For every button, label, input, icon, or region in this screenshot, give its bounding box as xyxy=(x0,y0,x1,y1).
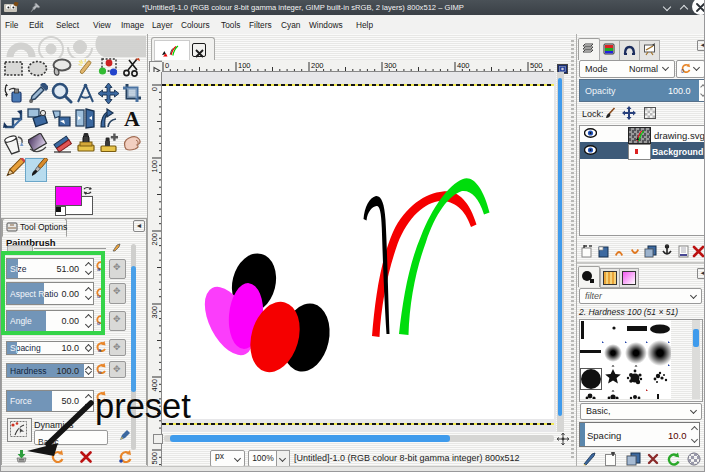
svg-text:500: 500 xyxy=(150,452,159,465)
svg-text:u: u xyxy=(97,293,100,299)
svg-text:400: 400 xyxy=(457,61,470,70)
svg-text:A: A xyxy=(124,108,140,129)
svg-text:500: 500 xyxy=(530,61,543,70)
svg-text:400: 400 xyxy=(150,379,159,392)
svg-text:a: a xyxy=(98,347,102,353)
svg-text:o: o xyxy=(97,320,101,326)
svg-text:100: 100 xyxy=(238,61,251,70)
svg-text:200: 200 xyxy=(311,61,324,70)
svg-text:a: a xyxy=(97,266,101,272)
svg-text:0: 0 xyxy=(681,68,684,74)
svg-text:0: 0 xyxy=(150,87,159,91)
svg-text:200: 200 xyxy=(150,233,159,246)
svg-text:100: 100 xyxy=(150,160,159,173)
svg-text:u: u xyxy=(98,369,101,375)
svg-text:0: 0 xyxy=(165,61,169,70)
svg-text:300: 300 xyxy=(150,306,159,319)
svg-text:300: 300 xyxy=(384,61,397,70)
